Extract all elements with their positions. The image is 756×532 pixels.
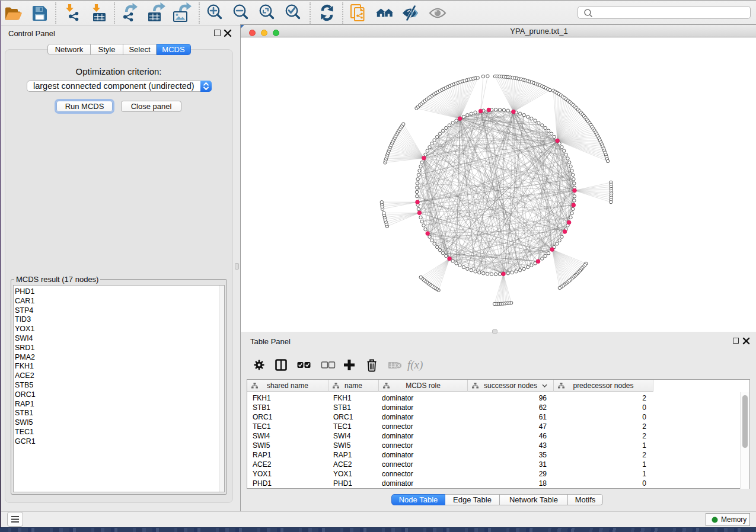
svg-text:f(x): f(x) (407, 358, 423, 371)
